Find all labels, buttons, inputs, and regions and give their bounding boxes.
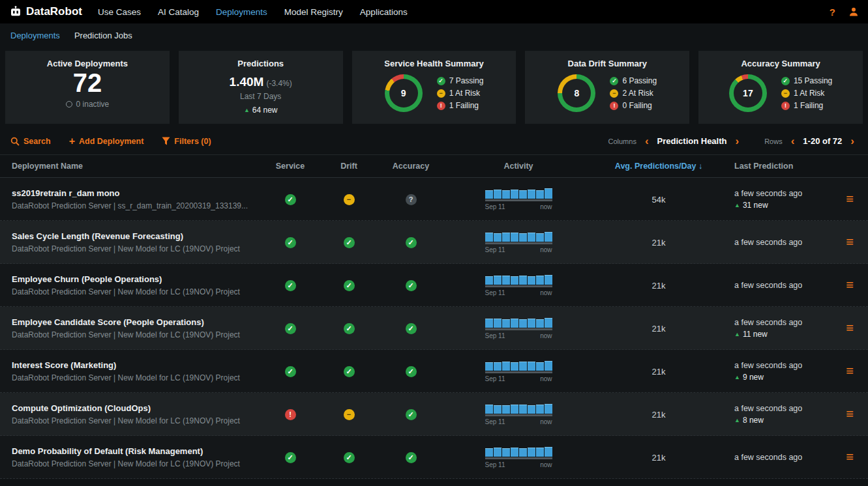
row-menu-icon[interactable]: ≡ xyxy=(846,321,854,335)
row-menu-icon[interactable]: ≡ xyxy=(846,235,854,249)
donut-total: 9 xyxy=(389,79,418,107)
activity-bar xyxy=(519,405,527,414)
service-cell: ✓ xyxy=(261,279,320,291)
table-row[interactable]: Compute Optimization (CloudOps) DataRobo… xyxy=(0,393,868,436)
table-row[interactable]: Sales Cycle Length (Revenue Forecasting)… xyxy=(0,221,868,264)
activity-bar xyxy=(502,405,510,414)
service-cell: ! xyxy=(261,408,320,420)
accuracy-cell: ✓ xyxy=(378,451,443,463)
table-row[interactable]: Interest Score (Marketing) DataRobot Pre… xyxy=(0,350,868,393)
failing-icon: ! xyxy=(781,102,790,110)
service-cell: ✓ xyxy=(261,193,320,205)
activity-axis xyxy=(485,414,552,416)
rows-next-icon[interactable]: › xyxy=(847,136,858,147)
activity-bar xyxy=(494,233,501,242)
activity-bar xyxy=(528,448,535,457)
nav-item-ai-catalog[interactable]: AI Catalog xyxy=(158,7,199,17)
drift-status-icon[interactable]: ✓ xyxy=(344,323,355,334)
activity-bar xyxy=(519,276,527,285)
deployment-name: Sales Cycle Length (Revenue Forecasting) xyxy=(12,231,261,241)
accuracy-status-icon[interactable]: ? xyxy=(406,194,417,205)
table-row[interactable]: Employee Churn (People Operations) DataR… xyxy=(0,264,868,307)
header-service[interactable]: Service xyxy=(261,162,320,171)
activity-bar xyxy=(502,362,510,371)
add-deployment-button[interactable]: + Add Deployment xyxy=(69,136,144,147)
row-menu-cell: ≡ xyxy=(831,321,868,335)
new-predictions: ▲ 31 new xyxy=(734,201,831,210)
row-menu-icon[interactable]: ≡ xyxy=(846,278,854,292)
avg-predictions-cell: 21k xyxy=(593,451,724,463)
activity-end-label: now xyxy=(540,332,552,339)
accuracy-status-icon[interactable]: ✓ xyxy=(406,366,417,377)
accuracy-status-icon[interactable]: ✓ xyxy=(406,409,417,420)
header-accuracy[interactable]: Accuracy xyxy=(378,162,443,171)
service-cell: ✓ xyxy=(261,236,320,248)
activity-bar xyxy=(511,448,518,457)
avg-predictions-cell: 54k xyxy=(593,193,724,205)
accuracy-status-icon[interactable]: ✓ xyxy=(406,452,417,463)
activity-start-label: Sep 11 xyxy=(485,418,505,425)
columns-prev-icon[interactable]: ‹ xyxy=(642,136,652,147)
search-button[interactable]: Search xyxy=(10,137,51,146)
drift-status-icon[interactable]: ✓ xyxy=(344,280,355,291)
nav-item-use-cases[interactable]: Use Cases xyxy=(98,7,141,17)
activity-bar xyxy=(536,405,544,414)
activity-end-label: now xyxy=(540,289,552,296)
drift-status-icon[interactable]: − xyxy=(344,409,355,420)
table-row[interactable]: Employee Candidate Score (People Operati… xyxy=(0,307,868,350)
service-status-icon[interactable]: ✓ xyxy=(285,237,296,248)
accuracy-status-icon[interactable]: ✓ xyxy=(406,237,417,248)
service-status-icon[interactable]: ✓ xyxy=(285,323,296,334)
activity-start-label: Sep 11 xyxy=(485,375,505,382)
help-icon[interactable]: ? xyxy=(830,7,835,18)
activity-bar xyxy=(485,233,493,242)
subnav-item-deployments[interactable]: Deployments xyxy=(10,31,60,40)
donut-total: 8 xyxy=(562,79,591,107)
inactive-deployments: 0 inactive xyxy=(66,100,110,109)
drift-status-icon[interactable]: ✓ xyxy=(344,452,355,463)
row-menu-icon[interactable]: ≡ xyxy=(846,364,854,378)
row-menu-icon[interactable]: ≡ xyxy=(846,407,854,421)
table-row[interactable]: Demo Probability of Default (Risk Manage… xyxy=(0,436,868,479)
activity-bar xyxy=(536,362,544,371)
drift-status-icon[interactable]: − xyxy=(344,194,355,205)
user-profile-icon[interactable] xyxy=(848,7,859,17)
activity-chart: Sep 11 now xyxy=(485,188,552,210)
service-cell: ✓ xyxy=(261,451,320,463)
filters-button[interactable]: Filters (0) xyxy=(162,137,211,146)
brand-logo[interactable]: DataRobot xyxy=(9,5,82,18)
row-menu-cell: ≡ xyxy=(831,450,868,464)
accuracy-status-icon[interactable]: ✓ xyxy=(406,280,417,291)
columns-next-icon[interactable]: › xyxy=(732,136,742,147)
header-avg-predictions[interactable]: Avg. Predictions/Day ↓ xyxy=(593,162,724,171)
failing-icon: ! xyxy=(610,102,618,110)
service-status-icon[interactable]: ✓ xyxy=(285,280,296,291)
activity-bar xyxy=(511,405,518,414)
header-deployment-name[interactable]: Deployment Name xyxy=(0,162,261,171)
sort-desc-icon: ↓ xyxy=(698,162,702,171)
header-last-prediction[interactable]: Last Prediction xyxy=(724,162,831,171)
nav-item-deployments[interactable]: Deployments xyxy=(216,7,267,17)
nav-item-model-registry[interactable]: Model Registry xyxy=(284,7,343,17)
accuracy-status-icon[interactable]: ✓ xyxy=(406,323,417,334)
service-status-icon[interactable]: ✓ xyxy=(285,452,296,463)
drift-cell: ✓ xyxy=(320,451,378,463)
service-status-icon[interactable]: ! xyxy=(285,409,296,420)
header-drift[interactable]: Drift xyxy=(320,162,378,171)
row-menu-icon[interactable]: ≡ xyxy=(846,192,854,206)
activity-start-label: Sep 11 xyxy=(485,461,505,468)
drift-status-icon[interactable]: ✓ xyxy=(344,237,355,248)
row-menu-icon[interactable]: ≡ xyxy=(846,450,854,464)
rows-prev-icon[interactable]: ‹ xyxy=(788,136,798,147)
nav-item-applications[interactable]: Applications xyxy=(360,7,408,17)
service-status-icon[interactable]: ✓ xyxy=(285,366,296,377)
subnav-item-prediction-jobs[interactable]: Prediction Jobs xyxy=(74,31,132,40)
accuracy-donut: 17 xyxy=(729,74,767,112)
deployment-name-cell: Employee Churn (People Operations) DataR… xyxy=(0,274,261,296)
deployment-name-cell: Sales Cycle Length (Revenue Forecasting)… xyxy=(0,231,261,253)
drift-status-icon[interactable]: ✓ xyxy=(344,366,355,377)
activity-bar xyxy=(494,448,501,457)
columns-label: Columns xyxy=(608,137,636,145)
service-status-icon[interactable]: ✓ xyxy=(285,194,296,205)
table-row[interactable]: ss2019retrain r_dam mono DataRobot Predi… xyxy=(0,178,868,221)
